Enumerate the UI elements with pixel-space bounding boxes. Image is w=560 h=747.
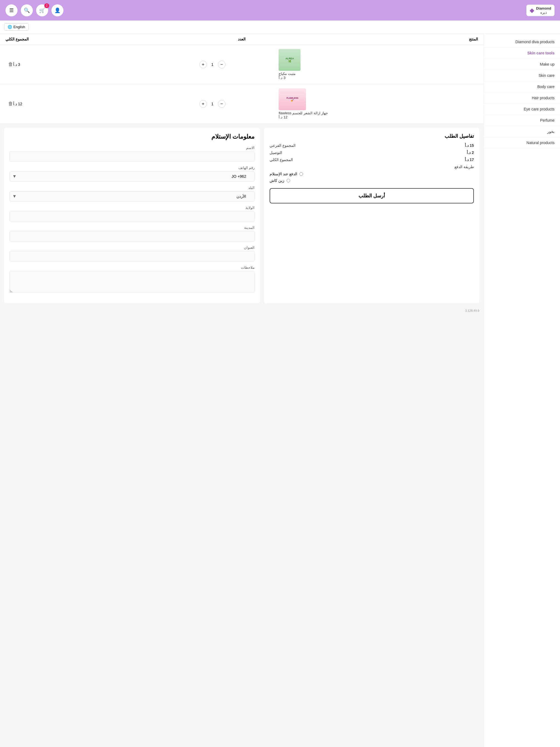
user-button[interactable]: 👤	[51, 4, 63, 17]
logo: ◆ Diamond دیره	[526, 5, 555, 16]
cart-icon: 🛒	[39, 7, 45, 14]
sidebar-item-eye-care[interactable]: Eye care products	[484, 104, 560, 115]
menu-button[interactable]: ☰	[5, 4, 18, 17]
cart-table-header: المنتج العدد المجموع الكلي	[0, 34, 483, 45]
content-area: المنتج العدد المجموع الكلي ALREA🌿 مثبت م…	[0, 34, 483, 747]
product-img-label-2: FLAWLESS💅	[286, 97, 299, 102]
search-icon: 🔍	[24, 7, 30, 14]
item-1-decrease-button[interactable]: −	[218, 61, 226, 68]
cart-badge: 2	[44, 3, 49, 8]
globe-icon: 🌐	[8, 25, 12, 29]
product-image-2: FLAWLESS💅	[279, 88, 306, 110]
subtotal-row: 15 د.أ المجموع الفرعي	[270, 143, 474, 148]
item-2-name: جهاز ازالة الشعر للجسم flawless	[279, 111, 328, 115]
language-bar: 🌐 English	[0, 21, 560, 34]
payment-radio-cash[interactable]	[299, 172, 303, 176]
country-label: البلد	[9, 186, 255, 190]
delivery-label: التوصيل	[270, 150, 282, 155]
footer-version: 3.128.49.9	[0, 308, 483, 314]
col-header-product: المنتج	[321, 37, 478, 41]
phone-prefix-select[interactable]: JO +962	[9, 171, 255, 182]
delivery-row: 2 د.أ التوصيل	[270, 150, 474, 155]
delivery-info-title: معلومات الإستلام	[9, 133, 255, 140]
state-group: الولاية	[9, 206, 255, 222]
cart-item-1: ALREA🌿 مثبت مكياج 3 د.أ − 1 + 3 د.أ 🗑	[0, 45, 483, 84]
logo-text-line1: Diamond	[536, 6, 551, 10]
col-header-count: العدد	[163, 37, 321, 41]
cart-item-1-qty: − 1 +	[146, 61, 279, 68]
item-2-decrease-button[interactable]: −	[218, 100, 226, 108]
payment-option-cash[interactable]: الدفع عند الإستلام	[270, 172, 474, 176]
payment-radio-zain[interactable]	[286, 179, 290, 182]
item-2-delete-button[interactable]: 🗑	[8, 101, 13, 107]
cart-item-2-info: FLAWLESS💅 جهاز ازالة الشعر للجسم flawles…	[279, 88, 478, 119]
order-details-panel: تفاصيل الطلب 15 د.أ المجموع الفرعي 2 د.أ…	[264, 128, 479, 304]
country-group: البلد الأردن ▼	[9, 186, 255, 202]
product-img-label-1: ALREA🌿	[285, 57, 294, 62]
cart-item-2: FLAWLESS💅 جهاز ازالة الشعر للجسم flawles…	[0, 84, 483, 124]
total-value: 17 د.أ	[465, 157, 474, 162]
language-button[interactable]: 🌐 English	[4, 23, 29, 31]
sidebar-item-hair-products[interactable]: Hair products	[484, 93, 560, 104]
send-order-button[interactable]: أرسل الطلب	[270, 188, 474, 203]
country-select[interactable]: الأردن	[9, 191, 255, 202]
sidebar-item-diamond-diva[interactable]: Diamond diva products	[484, 36, 560, 48]
payment-zain-label: زين كاش	[270, 178, 284, 183]
trash-icon-1: 🗑	[8, 61, 13, 67]
payment-options: الدفع عند الإستلام زين كاش	[270, 172, 474, 183]
state-input[interactable]	[9, 211, 255, 222]
subtotal-label: المجموع الفرعي	[270, 143, 296, 148]
country-select-wrapper: الأردن ▼	[9, 191, 255, 202]
main-layout: المنتج العدد المجموع الكلي ALREA🌿 مثبت م…	[0, 34, 560, 747]
order-details-title: تفاصيل الطلب	[270, 133, 474, 139]
trash-icon-2: 🗑	[8, 101, 13, 106]
item-1-name: مثبت مكياج	[279, 72, 296, 76]
phone-label: رقم الهاتف	[9, 166, 255, 170]
state-label: الولاية	[9, 206, 255, 210]
name-label: الاسم	[9, 146, 255, 150]
header-left: ☰ 🔍 🛒 2 👤	[5, 4, 63, 17]
search-button[interactable]: 🔍	[21, 4, 33, 17]
user-icon: 👤	[54, 7, 60, 14]
header: ☰ 🔍 🛒 2 👤 ◆ Diamond دیره	[0, 0, 560, 21]
logo-text-line2: دیره	[536, 10, 551, 15]
sidebar-item-bkhoor[interactable]: بخور	[484, 126, 560, 137]
payment-cash-label: الدفع عند الإستلام	[270, 172, 297, 176]
item-2-total: 12 د.أ	[13, 102, 146, 106]
delivery-info-panel: معلومات الإستلام الاسم رقم الهاتف JO +96…	[4, 128, 260, 304]
sidebar: Diamond diva products Skin care tools Ma…	[483, 34, 560, 747]
cart-item-1-info: ALREA🌿 مثبت مكياج 3 د.أ	[279, 49, 478, 80]
notes-textarea[interactable]	[9, 271, 255, 293]
item-1-increase-button[interactable]: +	[199, 61, 207, 68]
item-2-increase-button[interactable]: +	[199, 100, 207, 108]
name-group: الاسم	[9, 146, 255, 162]
city-input[interactable]	[9, 231, 255, 241]
item-2-price: 12 د.أ	[279, 115, 287, 119]
delivery-value: 2 د.أ	[467, 150, 474, 155]
cart-item-2-qty: − 1 +	[146, 100, 279, 108]
payment-method-label: طريقة الدفع	[270, 164, 474, 169]
total-row: 17 د.أ المجموع الكلي	[270, 157, 474, 162]
item-1-quantity: 1	[210, 62, 215, 67]
sidebar-item-skin-care[interactable]: Skin care	[484, 70, 560, 81]
address-input[interactable]	[9, 251, 255, 261]
product-image-1: ALREA🌿	[279, 49, 301, 71]
sidebar-item-natural-products[interactable]: Natural products	[484, 137, 560, 149]
logo-diamond-icon: ◆	[530, 7, 534, 14]
notes-label: ملاحظات	[9, 265, 255, 269]
sidebar-item-skin-care-tools[interactable]: Skin care tools	[484, 48, 560, 59]
item-2-quantity: 1	[210, 102, 215, 106]
cart-button[interactable]: 🛒 2	[36, 4, 48, 17]
total-label: المجموع الكلي	[270, 157, 293, 162]
bottom-section: تفاصيل الطلب 15 د.أ المجموع الفرعي 2 د.أ…	[0, 124, 483, 308]
phone-group: رقم الهاتف JO +962 ▼	[9, 166, 255, 182]
city-group: المدينة	[9, 226, 255, 241]
sidebar-item-perfume[interactable]: Perfume	[484, 115, 560, 126]
item-1-delete-button[interactable]: 🗑	[8, 61, 13, 67]
sidebar-item-body-care[interactable]: Body care	[484, 81, 560, 93]
sidebar-item-make-up[interactable]: Make up	[484, 59, 560, 70]
language-label: English	[14, 25, 25, 29]
payment-option-zain[interactable]: زين كاش	[270, 178, 474, 183]
name-input[interactable]	[9, 151, 255, 162]
address-group: العنوان	[9, 246, 255, 261]
